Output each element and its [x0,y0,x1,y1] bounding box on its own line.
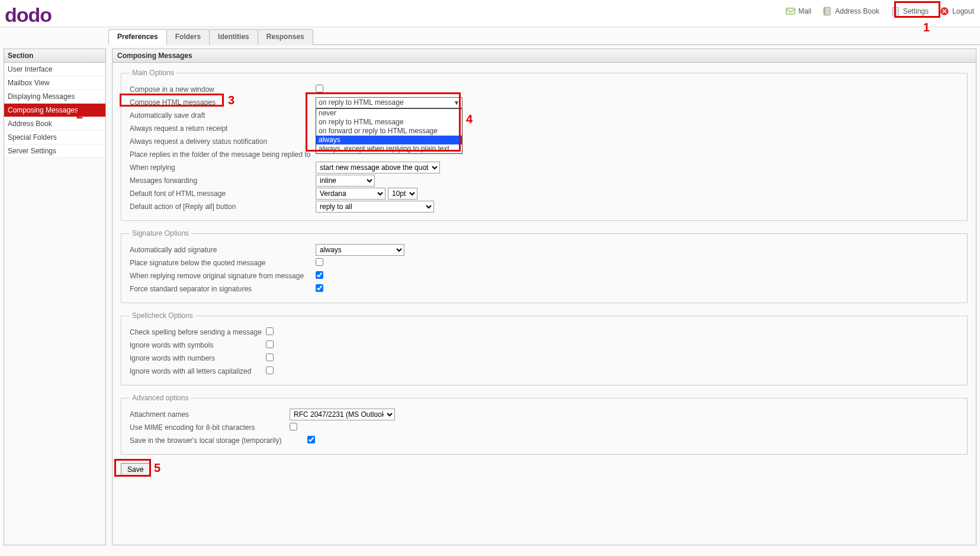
main-panel: Composing Messages Main Options Compose … [112,49,976,545]
row-sig-below-quoted: Place signature below the quoted message [130,256,959,269]
lbl-ignore-symbols: Ignore words with symbols [130,341,266,349]
lbl-local-storage: Save in the browser's local storage (tem… [130,436,307,445]
top-bar: dodo Mail Address Book Settings Logout [0,0,980,27]
group-advanced-options: Advanced options Attachment names RFC 20… [121,394,968,455]
chk-ignore-numbers[interactable] [266,353,274,361]
row-ignore-caps: Ignore words with all letters capitalize… [130,365,959,378]
legend-main-options: Main Options [130,69,176,77]
select-compose-html-value: on reply to HTML message [319,98,404,107]
row-attachment-names: Attachment names RFC 2047/2231 (MS Outlo… [130,408,959,421]
select-msg-forwarding[interactable]: inline [316,175,375,187]
lbl-default-font: Default font of HTML message [130,189,316,198]
chk-ignore-caps[interactable] [266,367,274,374]
row-autosave-draft: Automatically save draft [130,109,959,122]
save-button[interactable]: Save [121,463,150,476]
row-replies-in-folder: Place replies in the folder of the messa… [130,148,959,161]
row-mime-8bit: Use MIME encoding for 8-bit characters [130,421,959,434]
sidebar-item-displaying-messages[interactable]: Displaying Messages [4,90,105,104]
row-force-sep: Force standard separator in signatures [130,282,959,295]
settings-icon [890,6,901,17]
nav-logout-label: Logout [952,7,974,15]
chk-compose-new-window[interactable] [316,85,323,92]
lbl-when-replying: When replying [130,163,316,172]
chk-remove-orig-sig[interactable] [316,271,323,279]
group-main-options: Main Options Compose in a new window Com… [121,69,968,221]
chk-mime-8bit[interactable] [290,423,297,430]
annotation-number-5: 5 [154,461,160,475]
select-auto-add-signature[interactable]: always [316,244,404,256]
legend-advanced-options: Advanced options [130,394,191,402]
group-spellcheck-options: Spellcheck Options Check spelling before… [121,311,968,385]
row-return-receipt: Always request a return receipt [130,122,959,135]
opt-always-except[interactable]: always, except when replying to plain te… [316,144,462,153]
row-msg-forwarding: Messages forwarding inline [130,174,959,187]
select-compose-html-head[interactable]: on reply to HTML message ▼ [316,97,462,108]
lbl-force-sep: Force standard separator in signatures [130,285,316,293]
addressbook-icon [822,6,833,17]
sidebar-header: Section [4,49,105,63]
tab-responses[interactable]: Responses [258,29,313,45]
select-compose-html[interactable]: on reply to HTML message ▼ never on repl… [316,97,462,108]
opt-on-fwd-reply[interactable]: on forward or reply to HTML message [316,127,462,136]
opt-on-reply[interactable]: on reply to HTML message [316,118,462,127]
sidebar-item-address-book[interactable]: Address Book [4,117,105,131]
sidebar-item-composing-messages[interactable]: Composing Messages [4,104,105,117]
row-ignore-symbols: Ignore words with symbols [130,339,959,352]
nav-mail-label: Mail [798,7,811,15]
tab-preferences[interactable]: Preferences [108,29,167,45]
nav-addressbook[interactable]: Address Book [820,5,882,18]
lbl-compose-html: Compose HTML messages [130,98,316,107]
logout-icon [939,6,950,17]
chk-local-storage[interactable] [307,436,315,443]
select-attachment-names[interactable]: RFC 2047/2231 (MS Outlook) [290,409,395,420]
chk-check-before-send[interactable] [266,327,274,335]
row-ignore-numbers: Ignore words with numbers [130,352,959,365]
lbl-autosave-draft: Automatically save draft [130,111,316,120]
opt-never[interactable]: never [316,109,462,118]
nav-logout[interactable]: Logout [937,5,976,18]
tab-identities[interactable]: Identities [209,29,258,45]
legend-signature-options: Signature Options [130,229,191,237]
lbl-auto-add-signature: Automatically add signature [130,246,316,254]
tabs-wrap: Preferences Folders Identities Responses [108,28,980,45]
chk-sig-below-quoted[interactable] [316,258,323,266]
chevron-down-icon: ▼ [454,99,460,106]
lbl-return-receipt: Always request a return receipt [130,124,316,133]
nav-settings[interactable]: Settings [888,5,931,18]
panel-title: Composing Messages [113,49,976,63]
sidebar-item-special-folders[interactable]: Special Folders [4,131,105,144]
lbl-dsn: Always request a delivery status notific… [130,137,316,146]
sidebar-item-user-interface[interactable]: User Interface [4,63,105,76]
mail-icon [785,6,796,17]
lbl-sig-below-quoted: Place signature below the quoted message [130,259,316,267]
chk-force-sep[interactable] [316,284,323,292]
select-when-replying[interactable]: start new message above the quote [316,162,440,173]
sidebar-item-mailbox-view[interactable]: Mailbox View [4,76,105,90]
select-reply-all-default[interactable]: reply to all [316,201,434,213]
opt-always[interactable]: always [316,136,462,144]
lbl-msg-forwarding: Messages forwarding [130,176,316,185]
columns: Section User Interface Mailbox View Disp… [0,45,980,549]
row-default-font: Default font of HTML message Verdana 10p… [130,187,959,200]
lbl-replies-in-folder: Place replies in the folder of the messa… [130,150,311,159]
lbl-reply-all-default: Default action of [Reply all] button [130,203,316,211]
svg-rect-0 [786,8,795,15]
brand-logo: dodo [5,4,52,27]
select-default-font[interactable]: Verdana [316,188,385,200]
nav-settings-label: Settings [903,7,928,15]
row-auto-add-signature: Automatically add signature always [130,243,959,256]
row-remove-orig-sig: When replying remove original signature … [130,269,959,282]
tab-folders[interactable]: Folders [166,29,210,45]
select-compose-html-list[interactable]: never on reply to HTML message on forwar… [316,108,462,154]
lbl-remove-orig-sig: When replying remove original signature … [130,272,316,280]
group-signature-options: Signature Options Automatically add sign… [121,229,968,303]
row-reply-all-default: Default action of [Reply all] button rep… [130,200,959,213]
legend-spellcheck-options: Spellcheck Options [130,311,195,320]
row-compose-new-window: Compose in a new window [130,83,959,96]
svg-rect-2 [824,7,825,15]
lbl-compose-new-window: Compose in a new window [130,85,316,94]
chk-ignore-symbols[interactable] [266,340,274,348]
nav-mail[interactable]: Mail [783,5,814,18]
select-default-font-size[interactable]: 10pt [388,188,417,200]
sidebar-item-server-settings[interactable]: Server Settings [4,144,105,158]
